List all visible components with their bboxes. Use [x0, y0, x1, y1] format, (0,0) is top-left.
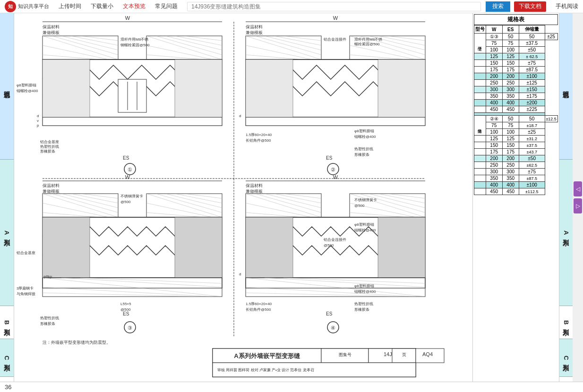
table-cell — [474, 188, 486, 195]
svg-line-18 — [146, 45, 213, 60]
search-button[interactable]: 搜索 — [486, 1, 510, 12]
table-cell: ±31.2 — [519, 136, 545, 142]
table-cell: ±175 — [519, 93, 545, 100]
table-cell: ±12.5 — [545, 116, 557, 122]
page-wrapper: 知 知识共享平台 上传时间 下载量小 文本预览 常见问题 搜索 下载文档 手机阅… — [0, 0, 583, 392]
svg-text:φ8塑料膨锚: φ8塑料膨锚 — [17, 83, 36, 87]
svg-line-59 — [387, 36, 425, 41]
nav-arrow-down[interactable]: ▷ — [574, 198, 582, 213]
left-label-zongshuo: 总说明 — [0, 13, 14, 160]
search-input[interactable] — [188, 2, 480, 11]
svg-line-150 — [350, 213, 406, 217]
svg-text:不锈钢弹簧卡: 不锈钢弹簧卡 — [120, 194, 143, 198]
svg-text:φ8塑料膨锚: φ8塑料膨锚 — [354, 129, 374, 133]
drawing-svg: W 保温材料 兼做模板 — [14, 13, 472, 382]
svg-text:AQ4: AQ4 — [422, 351, 433, 357]
table-row-highlight: 200 200 ±50 — [474, 155, 557, 162]
table-cell: 75 — [502, 40, 519, 47]
table-cell — [474, 67, 486, 73]
svg-text:兼做模板: 兼做模板 — [246, 189, 263, 194]
table-row-highlight: 300 300 ±150 — [474, 86, 557, 93]
table-cell: 150 — [486, 60, 502, 67]
nav-download-small[interactable]: 下载量小 — [91, 2, 113, 10]
svg-line-162 — [246, 287, 416, 297]
nav-arrow-up[interactable]: ◁ — [574, 181, 582, 196]
svg-text:④: ④ — [331, 325, 335, 331]
table-row-highlight: 125 125 ± 62.5 — [474, 53, 557, 60]
bottom-bar: 36 — [0, 382, 583, 392]
logo-icon: 知 — [5, 1, 16, 12]
svg-text:d: d — [239, 272, 241, 276]
table-cell: ±100 — [519, 73, 545, 80]
nav-upload-time[interactable]: 上传时间 — [59, 2, 81, 10]
table-row: 250 250 ±62.5 — [474, 162, 557, 169]
svg-rect-32 — [175, 60, 222, 117]
svg-text:保温材料: 保温材料 — [246, 25, 263, 29]
table-cell: 50 — [519, 34, 545, 40]
table-cell: 200 — [502, 155, 519, 162]
table-cell: ±62.5 — [519, 162, 545, 169]
svg-line-138 — [265, 194, 321, 208]
nav-text-preview[interactable]: 文本预览 — [123, 2, 146, 10]
svg-text:W: W — [125, 15, 130, 21]
table-cell: 100 — [502, 47, 519, 53]
svg-text:形橡胶条: 形橡胶条 — [354, 307, 369, 312]
table-row: 角缝 ②④ 50 50 ±12.5 — [474, 116, 557, 122]
table-cell — [474, 73, 486, 80]
svg-line-17 — [184, 36, 222, 41]
table-row: 150 150 ±75 — [474, 60, 557, 67]
table-cell: ±50 — [519, 155, 545, 162]
mobile-read[interactable]: 手机阅读 — [556, 2, 578, 10]
left-label-D: D系列 — [0, 377, 14, 382]
table-cell: ±112.5 — [519, 188, 545, 195]
table-row: 350 350 ±175 — [474, 93, 557, 100]
table-row: 75 75 ±18.7 — [474, 122, 557, 129]
table-cell: ±87.5 — [519, 175, 545, 182]
svg-text:保温材料: 保温材料 — [246, 183, 263, 188]
svg-rect-112 — [43, 217, 90, 278]
svg-line-51 — [283, 36, 321, 41]
svg-text:1.5厚60×20×40: 1.5厚60×20×40 — [246, 302, 272, 306]
svg-text:W: W — [125, 174, 130, 180]
svg-text:锚螺栓@400: 锚螺栓@400 — [16, 89, 38, 93]
svg-text:φ8塑料膨锚: φ8塑料膨锚 — [354, 222, 374, 227]
table-cell: ±50 — [519, 47, 545, 53]
table-cell: 450 — [486, 188, 502, 195]
table-cell: ±200 — [519, 100, 545, 106]
svg-line-93 — [43, 203, 109, 217]
svg-rect-72 — [378, 60, 425, 117]
table-cell — [474, 162, 486, 169]
nav-common-questions[interactable]: 常见问题 — [155, 2, 178, 10]
left-labels: 总说明 A系列 B系列 C系列 D系列 — [0, 13, 14, 382]
table-cell — [474, 149, 486, 155]
svg-line-148 — [387, 194, 425, 198]
col-header-W: W — [486, 26, 502, 34]
svg-text:ES: ES — [123, 311, 129, 316]
table-cell: 400 — [486, 100, 502, 106]
svg-line-15 — [165, 36, 222, 50]
table-cell: 200 — [486, 155, 502, 162]
svg-rect-156 — [246, 217, 293, 278]
table-cell: ±75 — [519, 60, 545, 67]
svg-text:ES: ES — [326, 155, 333, 161]
svg-text:②: ② — [331, 167, 335, 172]
table-cell: ±100 — [519, 182, 545, 188]
svg-text:d: d — [37, 114, 39, 118]
table-cell: 150 — [502, 60, 519, 67]
table-cell: 75 — [486, 40, 502, 47]
table-cell: 450 — [502, 188, 519, 195]
table-cell: 400 — [502, 182, 519, 188]
download-button[interactable]: 下载文档 — [514, 1, 546, 12]
col-header-ES: ES — [502, 26, 519, 34]
table-cell: 450 — [486, 106, 502, 113]
svg-line-49 — [265, 36, 321, 50]
left-label-B: B系列 — [0, 306, 14, 339]
svg-text:注：外墙嵌平型变形缝均为防震型。: 注：外墙嵌平型变形缝均为防震型。 — [43, 340, 111, 345]
svg-text:长铝角件@500: 长铝角件@500 — [246, 138, 271, 143]
table-cell: 300 — [486, 169, 502, 175]
svg-text:页: 页 — [402, 352, 406, 357]
svg-line-141 — [246, 203, 312, 217]
svg-text:ES: ES — [123, 155, 129, 161]
right-label-C: C系列 — [559, 339, 573, 377]
svg-line-58 — [378, 36, 425, 45]
